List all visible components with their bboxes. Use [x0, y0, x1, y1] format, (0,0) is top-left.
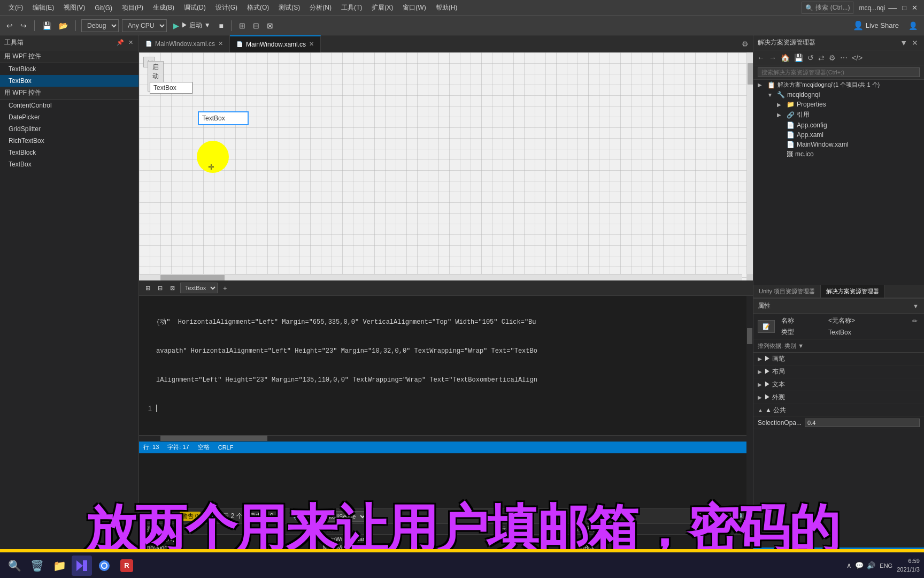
- sol-home-btn[interactable]: 🏠: [779, 52, 791, 63]
- toolbar-misc-2[interactable]: ⊟: [251, 20, 261, 31]
- toolbox-item-textblock-2[interactable]: TextBlock: [0, 147, 138, 158]
- bottom-search-box[interactable]: 搜索错误列表 🔍: [696, 511, 749, 522]
- tab-mainwindow[interactable]: 📄 MainWindow.xaml.cs ✕: [230, 35, 321, 52]
- panel-pin-btn[interactable]: 📌: [116, 39, 125, 46]
- run-button[interactable]: ▶ ▶ 启动 ▼: [170, 20, 214, 31]
- properties-expand-btn[interactable]: ▼: [912, 303, 920, 309]
- menu-search-box[interactable]: 🔍 搜索 (Ctrl...): [802, 2, 853, 14]
- panel-close-btn-2[interactable]: ✕: [157, 513, 164, 520]
- sol-back-btn[interactable]: ←: [756, 52, 766, 63]
- sol-save-btn[interactable]: 💾: [792, 52, 805, 63]
- live-share-button[interactable]: 👤 Live Share: [849, 19, 903, 32]
- tree-project[interactable]: ▼ 🔧 mcqidognqi: [753, 90, 924, 100]
- warning-item[interactable]: ⚠ 警告 0: [168, 511, 204, 522]
- save-btn[interactable]: 💾: [40, 20, 53, 31]
- code-h-scroll-thumb[interactable]: [160, 436, 267, 441]
- code-element-dropdown[interactable]: TextBox: [180, 283, 218, 293]
- selectionopa-input[interactable]: [805, 419, 920, 427]
- tree-properties[interactable]: ▶ 📁 Properties: [753, 100, 924, 109]
- sys-volume-icon[interactable]: 🔊: [867, 561, 875, 569]
- tree-appconfig[interactable]: ▶ 📄 App.config: [753, 120, 924, 130]
- menu-analyze[interactable]: 分析(N): [305, 2, 336, 13]
- toolbox-item-textblock-1[interactable]: TextBlock: [0, 63, 138, 75]
- sys-message-icon[interactable]: 💬: [855, 561, 864, 569]
- sol-settings-btn[interactable]: ⚙: [827, 52, 837, 63]
- menu-edit[interactable]: 编辑(E): [28, 2, 58, 13]
- taskbar-explorer[interactable]: 📁: [49, 556, 70, 576]
- sol-expand-btn[interactable]: ▼: [898, 37, 909, 48]
- toolbox-item-textbox-1[interactable]: TextBox: [0, 75, 138, 87]
- info-item[interactable]: ℹ 展示 2 个消息中的 0 个: [208, 511, 285, 522]
- designer-canvas[interactable]: 启动窗 TextBox TextBox ✛: [139, 52, 753, 280]
- sol-more-btn[interactable]: ⋯: [838, 52, 849, 63]
- props-section-text[interactable]: ▶ ▶ 文本: [753, 378, 924, 391]
- taskbar-files[interactable]: 🗑️: [27, 556, 47, 576]
- tree-mcico[interactable]: ▶ 🖼 mc.ico: [753, 149, 924, 159]
- code-split-btn[interactable]: ⊟: [156, 284, 165, 293]
- debug-config-dropdown[interactable]: Debug: [81, 19, 119, 32]
- tab-solution-explorer[interactable]: 解决方案资源管理器: [821, 285, 885, 298]
- tab-inactive-close[interactable]: ✕: [218, 40, 223, 47]
- sol-forward-btn[interactable]: →: [767, 52, 778, 63]
- table-row[interactable]: mcqidognqi MainWindowxaml: [139, 535, 753, 543]
- window-close-btn[interactable]: ✕: [910, 3, 920, 13]
- menu-project[interactable]: 项目(P): [118, 2, 148, 13]
- textbox-control-2[interactable]: TextBox: [198, 111, 249, 125]
- window-maximize-btn[interactable]: □: [900, 3, 908, 13]
- account-btn[interactable]: 👤: [906, 20, 920, 31]
- taskbar-purple[interactable]: R: [117, 556, 137, 576]
- toolbar-misc-3[interactable]: ⊠: [265, 20, 275, 31]
- toolbar-misc-1[interactable]: ⊞: [237, 20, 248, 31]
- name-edit-btn[interactable]: ✏: [912, 317, 918, 325]
- menu-format[interactable]: 格式(O): [243, 2, 273, 13]
- panel-pin-btn-2[interactable]: 📌: [143, 513, 153, 520]
- cpu-config-dropdown[interactable]: Any CPU: [122, 19, 167, 32]
- menu-git[interactable]: Git(G): [90, 3, 117, 13]
- taskbar-vs[interactable]: [72, 556, 92, 576]
- stop-btn[interactable]: ■: [217, 20, 226, 31]
- toolbox-item-contentcontrol[interactable]: ContentControl: [0, 100, 138, 111]
- code-view-btn[interactable]: ⊞: [143, 284, 152, 293]
- panel-close-btn[interactable]: ✕: [127, 39, 134, 46]
- tab-inactive[interactable]: 📄 MainWindow.xaml.cs ✕: [139, 35, 230, 52]
- code-scrollbar-v[interactable]: [746, 296, 753, 509]
- canvas-scrollbar-vertical[interactable]: [746, 52, 753, 274]
- toolbox-item-gridsplitter[interactable]: GridSplitter: [0, 123, 138, 135]
- props-section-common[interactable]: ▲ ▲ 公共: [753, 404, 924, 417]
- code-add-btn[interactable]: +: [221, 283, 229, 293]
- tree-appxaml[interactable]: ▶ 📄 App.xaml: [753, 130, 924, 140]
- sol-source-btn[interactable]: </>: [850, 52, 864, 63]
- sol-close-btn[interactable]: ✕: [910, 37, 920, 48]
- redo-btn[interactable]: ↪: [18, 20, 29, 31]
- toolbox-item-datepicker[interactable]: DatePicker: [0, 111, 138, 123]
- toolbox-section-2[interactable]: 用 WPF 控件: [0, 87, 138, 100]
- props-section-brushes[interactable]: ▶ ▶ 画笔: [753, 353, 924, 366]
- toolbox-item-textbox-2[interactable]: TextBox: [0, 158, 138, 170]
- move-cursor-icon[interactable]: ✛: [206, 162, 216, 172]
- build-dropdown[interactable]: 生成 + IntelliSense: [302, 511, 367, 522]
- tab-close-btn[interactable]: ✕: [309, 41, 314, 48]
- code-source-btn[interactable]: ⊠: [168, 284, 177, 293]
- props-section-layout[interactable]: ▶ ▶ 布局: [753, 366, 924, 378]
- v-scroll-thumb[interactable]: [748, 63, 753, 85]
- tab-settings-btn[interactable]: ⚙: [737, 40, 753, 48]
- tab-unity[interactable]: Unity 项目资源管理器: [753, 285, 821, 298]
- h-scroll-thumb[interactable]: [160, 275, 225, 280]
- textbox-control-1[interactable]: TextBox: [150, 82, 192, 94]
- window-minimize-btn[interactable]: —: [886, 2, 899, 14]
- sol-refresh-btn[interactable]: ↺: [806, 52, 815, 63]
- props-section-appearance[interactable]: ▶ ▶ 外观: [753, 391, 924, 404]
- tree-mainwindow[interactable]: ▶ 📄 MainWindow.xaml: [753, 140, 924, 149]
- menu-extensions[interactable]: 扩展(X): [367, 2, 397, 13]
- toolbox-section-1[interactable]: 用 WPF 控件: [0, 50, 138, 63]
- code-scrollbar-h[interactable]: [139, 435, 753, 442]
- taskbar-search[interactable]: 🔍: [4, 556, 25, 576]
- menu-window[interactable]: 窗口(W): [398, 2, 430, 13]
- undo-btn[interactable]: ↩: [4, 20, 15, 31]
- menu-view[interactable]: 视图(V): [59, 2, 89, 13]
- canvas-scrollbar-horizontal[interactable]: [139, 274, 742, 280]
- sys-expand-icon[interactable]: ∧: [846, 561, 852, 569]
- menu-debug[interactable]: 调试(D): [180, 2, 210, 13]
- menu-build[interactable]: 生成(B): [149, 2, 179, 13]
- tree-solution[interactable]: ▶ 📋 解决方案'mcqidognqi'(1 个项目/共 1 个): [753, 80, 924, 90]
